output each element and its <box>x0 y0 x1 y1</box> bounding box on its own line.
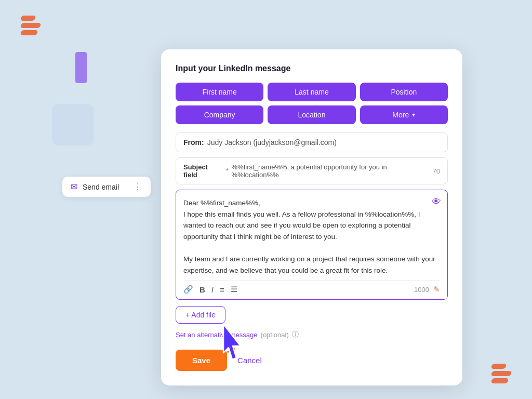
message-content: Dear %%first_name%%, I hope this email f… <box>183 197 440 276</box>
more-options-icon[interactable]: ⋮ <box>134 182 142 192</box>
wave-line <box>20 30 38 35</box>
more-label: More <box>392 111 409 119</box>
subject-value: %%first_name%%, a potential opportunity … <box>232 163 433 179</box>
from-label: From: <box>183 138 204 147</box>
message-toolbar: 🔗 B I ≡ ☰ 1000 ✎ <box>183 280 440 294</box>
sparkle-line-3 <box>227 350 233 353</box>
sparkle-line-2 <box>230 347 235 350</box>
alternative-message-label[interactable]: Set an alternative message <box>176 331 258 339</box>
wave-line <box>20 23 42 28</box>
send-email-label: Send email <box>83 183 128 191</box>
action-buttons: Save Cancel <box>176 350 448 371</box>
linkedin-message-modal: Input your LinkedIn message First name L… <box>161 49 462 385</box>
from-value: Judy Jackson (judyjackson@gmail.com) <box>207 138 337 147</box>
background-shape <box>52 104 94 145</box>
wave-line <box>491 371 512 376</box>
alternative-message-optional: (optional) <box>261 331 289 339</box>
chevron-down-icon: ▾ <box>412 111 415 118</box>
tag-button-company[interactable]: Company <box>176 105 263 124</box>
tag-button-last-name[interactable]: Last name <box>268 83 355 101</box>
message-char-limit: 1000 <box>414 286 429 294</box>
modal-title: Input your LinkedIn message <box>176 64 448 73</box>
link-icon[interactable]: 🔗 <box>183 285 193 294</box>
message-area[interactable]: 👁 Dear %%first_name%%, I hope this email… <box>176 190 448 300</box>
wave-line <box>491 364 507 369</box>
italic-icon[interactable]: I <box>211 285 214 294</box>
save-button-container: Save <box>176 350 227 371</box>
formatting-toolbar: 🔗 B I ≡ ☰ <box>183 285 237 294</box>
eye-icon[interactable]: 👁 <box>432 196 441 207</box>
tag-button-first-name[interactable]: First name <box>176 83 263 101</box>
send-email-card[interactable]: ✉ Send email ⋮ <box>62 177 151 197</box>
required-indicator: * <box>226 167 229 175</box>
subject-label: Subject field <box>183 163 223 179</box>
from-field: From: Judy Jackson (judyjackson@gmail.co… <box>176 132 448 152</box>
tag-buttons-grid: First name Last name Position Company Lo… <box>176 83 448 124</box>
alternative-message-row: Set an alternative message (optional) ⓘ <box>176 330 448 339</box>
bold-icon[interactable]: B <box>200 285 205 294</box>
subject-field[interactable]: Subject field * %%first_name%%, a potent… <box>176 157 448 184</box>
edit-icon[interactable]: ✎ <box>433 285 440 294</box>
wave-decoration-bottom-right <box>491 364 511 383</box>
subject-char-count: 70 <box>433 167 440 175</box>
wave-line <box>491 378 509 383</box>
wave-decoration-top-left <box>21 16 41 35</box>
ordered-list-icon[interactable]: ≡ <box>220 285 224 294</box>
tag-button-more[interactable]: More ▾ <box>360 105 448 124</box>
email-icon: ✉ <box>71 182 77 192</box>
info-icon: ⓘ <box>292 330 299 339</box>
tag-button-position[interactable]: Position <box>360 83 448 101</box>
unordered-list-icon[interactable]: ☰ <box>231 285 237 294</box>
cancel-button[interactable]: Cancel <box>237 356 262 365</box>
wave-line <box>20 16 36 21</box>
save-button[interactable]: Save <box>176 350 227 371</box>
tag-button-location[interactable]: Location <box>268 105 355 124</box>
sparkle-line-1 <box>227 344 234 346</box>
purple-background-rect <box>75 52 87 83</box>
add-file-button[interactable]: + Add file <box>176 306 225 324</box>
